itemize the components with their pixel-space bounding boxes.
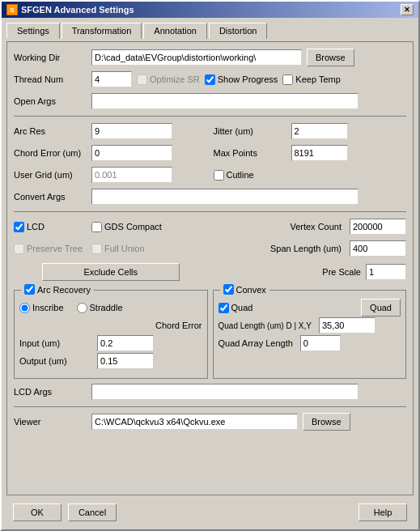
inscribe-label: Inscribe [32, 303, 64, 312]
exclude-area: Exclude Cells [14, 261, 208, 282]
output-label: Output (um) [19, 356, 92, 366]
optimize-sr-checkbox-label[interactable]: Optimize SR [137, 74, 200, 85]
keep-temp-checkbox[interactable] [282, 74, 293, 85]
full-union-checkbox-label[interactable]: Full Union [91, 244, 265, 254]
tab-bar: Settings Transformation Annotation Disto… [6, 23, 414, 39]
tab-annotation[interactable]: Annotation [143, 23, 207, 39]
cutline-label: Cutline [227, 170, 254, 180]
lcd-checkbox[interactable] [14, 222, 24, 232]
chord-error-label: Chord Error (um) [14, 148, 87, 158]
cutline-row: Cutline [214, 166, 407, 184]
arc-res-row: Arc Res [14, 122, 207, 140]
arc-recovery-title: Arc Recovery [21, 284, 94, 295]
show-progress-checkbox[interactable] [205, 74, 215, 85]
separator-1 [14, 116, 406, 117]
arc-jitter-row: Arc Res Jitter (um) [14, 122, 406, 140]
quad-checkbox[interactable] [218, 303, 229, 313]
main-window: S SFGEN Advanced Settings ✕ Settings Tra… [0, 0, 420, 531]
vertex-count-input[interactable] [350, 219, 406, 235]
tab-settings[interactable]: Settings [6, 23, 60, 39]
convert-args-label: Convert Args [14, 192, 87, 202]
viewer-row: Viewer Browse [14, 413, 406, 431]
full-union-label: Full Union [104, 244, 145, 253]
user-grid-input[interactable] [91, 167, 172, 183]
convert-args-row: Convert Args [14, 188, 406, 206]
show-progress-label: Show Progress [218, 74, 278, 84]
title-bar: S SFGEN Advanced Settings ✕ [2, 2, 418, 18]
jitter-label: Jitter (um) [214, 126, 286, 136]
straddle-label: Straddle [90, 303, 123, 312]
viewer-input[interactable] [91, 414, 298, 430]
convert-args-input[interactable] [91, 189, 358, 205]
chord-error-input[interactable] [91, 145, 172, 161]
full-union-checkbox[interactable] [91, 244, 102, 254]
thread-num-input[interactable] [91, 71, 132, 87]
ok-button[interactable]: OK [13, 503, 62, 521]
cutline-checkbox[interactable] [214, 170, 224, 181]
lcd-vertex-row: LCD GDS Compact Vertex Count [14, 218, 406, 236]
separator-3 [14, 406, 406, 407]
thread-num-row: Thread Num Optimize SR Show Progress Kee… [14, 70, 406, 88]
lcd-args-row: LCD Args [14, 383, 406, 401]
quad-length-label: Quad Length (um) D | X,Y [218, 321, 312, 330]
gds-compact-label: GDS Compact [104, 222, 162, 232]
quad-label: Quad [231, 303, 253, 312]
cutline-checkbox-label[interactable]: Cutline [214, 170, 254, 181]
arc-res-input[interactable] [91, 123, 172, 139]
gds-compact-checkbox[interactable] [91, 222, 102, 232]
exclude-cells-button[interactable]: Exclude Cells [42, 263, 180, 281]
output-field[interactable] [97, 353, 154, 369]
jitter-input[interactable] [291, 123, 348, 139]
quad-length-input[interactable] [319, 317, 375, 333]
viewer-label: Viewer [14, 417, 87, 427]
keep-temp-checkbox-label[interactable]: Keep Temp [282, 74, 340, 85]
tab-transformation[interactable]: Transformation [62, 23, 142, 39]
content-area: Settings Transformation Annotation Disto… [2, 18, 418, 529]
span-length-input[interactable] [350, 240, 406, 257]
max-points-row: Max Points [214, 144, 407, 162]
optimize-sr-checkbox[interactable] [137, 74, 147, 85]
max-points-label: Max Points [214, 148, 286, 158]
help-button[interactable]: Help [358, 503, 407, 521]
quad-array-input[interactable] [300, 335, 341, 351]
gds-compact-checkbox-label[interactable]: GDS Compact [91, 222, 285, 232]
arc-recovery-group: Arc Recovery Inscribe Straddle [14, 290, 208, 379]
inscribe-radio-label[interactable]: Inscribe [19, 303, 64, 313]
usergrid-cutline-row: User Grid (um) Cutline [14, 166, 406, 184]
vertex-count-label: Vertex Count [290, 222, 342, 232]
quad-btn-row: Quad Quad [218, 299, 401, 316]
show-progress-checkbox-label[interactable]: Show Progress [205, 74, 278, 85]
chord-maxpoints-row: Chord Error (um) Max Points [14, 144, 406, 162]
straddle-radio-label[interactable]: Straddle [77, 303, 123, 313]
convex-title: Convex [220, 284, 269, 295]
quad-checkbox-label[interactable]: Quad [218, 303, 253, 313]
bottom-bar: OK Cancel Help [6, 499, 414, 525]
preserve-tree-checkbox-label[interactable]: Preserve Tree [14, 244, 87, 254]
viewer-browse-button[interactable]: Browse [303, 413, 350, 431]
tab-distortion[interactable]: Distortion [209, 23, 267, 39]
open-args-row: Open Args [14, 92, 406, 110]
quad-button[interactable]: Quad [361, 299, 401, 316]
preserve-tree-checkbox[interactable] [14, 244, 24, 254]
open-args-input[interactable] [91, 93, 358, 109]
input-field[interactable] [97, 335, 154, 351]
user-grid-label: User Grid (um) [14, 170, 87, 180]
max-points-input[interactable] [291, 145, 348, 161]
thread-num-label: Thread Num [14, 74, 87, 84]
convex-checkbox[interactable] [223, 284, 234, 295]
browse-button[interactable]: Browse [307, 49, 354, 66]
working-dir-input[interactable] [91, 49, 302, 66]
lcd-args-input[interactable] [91, 384, 358, 400]
arc-recovery-checkbox[interactable] [24, 284, 35, 295]
lcd-checkbox-label[interactable]: LCD [14, 222, 87, 232]
cancel-button[interactable]: Cancel [68, 503, 117, 521]
straddle-radio[interactable] [77, 303, 87, 313]
open-args-label: Open Args [14, 96, 87, 106]
inscribe-radio[interactable] [19, 303, 30, 313]
exclude-prescale-row: Exclude Cells Pre Scale [14, 261, 406, 282]
pre-scale-input[interactable] [366, 264, 406, 280]
close-button[interactable]: ✕ [401, 4, 414, 15]
quad-array-label: Quad Array Length [218, 338, 293, 348]
quad-length-row: Quad Length (um) D | X,Y [218, 316, 401, 334]
output-row: Output (um) [19, 352, 202, 370]
